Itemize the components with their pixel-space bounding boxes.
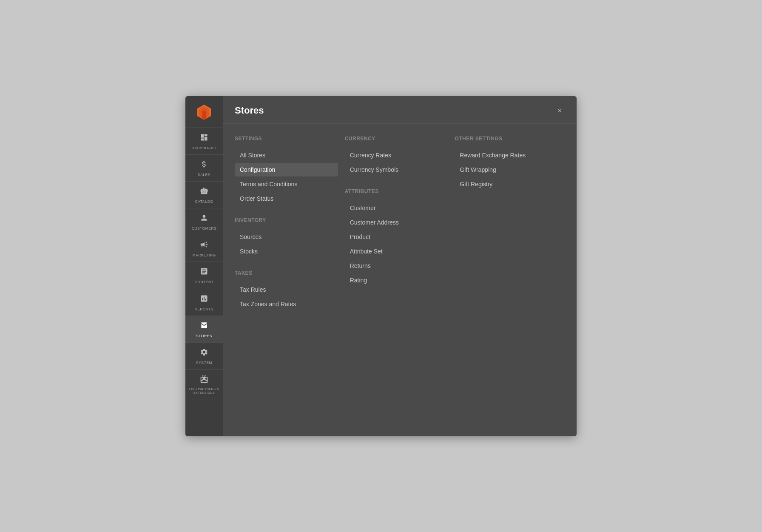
content-icon [200, 267, 208, 278]
menu-item-configuration[interactable]: Configuration [235, 163, 338, 176]
inventory-section-title: Inventory [235, 217, 338, 223]
menu-column-1: Settings All Stores Configuration Terms … [235, 136, 345, 428]
sidebar-item-system-label: SYSTEM [196, 361, 212, 365]
customers-icon [200, 213, 208, 224]
sidebar-logo [185, 96, 223, 128]
menu-item-rating[interactable]: Rating [345, 273, 448, 287]
reports-icon [200, 294, 208, 305]
sidebar-item-catalog[interactable]: CATALOG [185, 182, 223, 208]
sidebar: DASHBOARD SALES CATALOG CUSTOMERS [185, 96, 223, 436]
sidebar-item-stores[interactable]: STORES [185, 316, 223, 343]
sidebar-item-catalog-label: CATALOG [195, 199, 213, 204]
dashboard-icon [200, 133, 208, 144]
sidebar-item-reports[interactable]: REPORTS [185, 289, 223, 316]
taxes-section: Taxes Tax Rules Tax Zones and Rates [235, 270, 338, 311]
currency-section: Currency Currency Rates Currency Symbols [345, 136, 448, 176]
page-title: Stores [235, 105, 264, 116]
sidebar-item-dashboard[interactable]: DASHBOARD [185, 128, 223, 155]
sidebar-item-system[interactable]: SYSTEM [185, 343, 223, 370]
menu-item-tax-zones[interactable]: Tax Zones and Rates [235, 297, 338, 311]
sidebar-item-content-label: CONTENT [195, 280, 214, 284]
menu-item-stocks[interactable]: Stocks [235, 245, 338, 258]
magento-logo-icon [196, 104, 213, 121]
menu-item-product[interactable]: Product [345, 230, 448, 244]
system-icon [200, 348, 208, 358]
close-button[interactable]: × [554, 105, 565, 117]
sidebar-item-customers-label: CUSTOMERS [192, 226, 217, 230]
marketing-icon [200, 240, 208, 251]
sidebar-item-dashboard-label: DASHBOARD [192, 146, 216, 150]
sidebar-item-marketing-label: MARKETING [192, 253, 216, 257]
menu-item-customer[interactable]: Customer [345, 201, 448, 215]
sidebar-item-find-partners[interactable]: FIND PARTNERS & EXTENSIONS [185, 370, 223, 399]
menu-item-returns[interactable]: Returns [345, 259, 448, 273]
sidebar-item-stores-label: STORES [196, 334, 212, 338]
menu-item-reward-exchange-rates[interactable]: Reward Exchange Rates [455, 148, 558, 162]
app-shell: DASHBOARD SALES CATALOG CUSTOMERS [185, 96, 577, 436]
partners-icon [200, 375, 208, 385]
sidebar-item-marketing[interactable]: MARKETING [185, 235, 223, 262]
menu-item-gift-registry[interactable]: Gift Registry [455, 177, 558, 191]
menu-item-currency-rates[interactable]: Currency Rates [345, 148, 448, 162]
taxes-section-title: Taxes [235, 270, 338, 276]
menu-item-gift-wrapping[interactable]: Gift Wrapping [455, 163, 558, 176]
sidebar-item-content[interactable]: CONTENT [185, 262, 223, 289]
sales-icon [200, 160, 208, 171]
main-header: Stores × [223, 96, 577, 124]
menu-grid: Settings All Stores Configuration Terms … [223, 124, 577, 436]
menu-column-3: Other Settings Reward Exchange Rates Gif… [455, 136, 565, 428]
menu-item-tax-rules[interactable]: Tax Rules [235, 283, 338, 296]
sidebar-item-sales-label: SALES [198, 173, 210, 177]
other-settings-section: Other Settings Reward Exchange Rates Gif… [455, 136, 558, 191]
other-settings-section-title: Other Settings [455, 136, 558, 142]
menu-item-order-status[interactable]: Order Status [235, 192, 338, 205]
sidebar-item-find-partners-label: FIND PARTNERS & EXTENSIONS [187, 387, 221, 395]
menu-item-currency-symbols[interactable]: Currency Symbols [345, 163, 448, 176]
menu-item-attribute-set[interactable]: Attribute Set [345, 245, 448, 258]
sidebar-item-sales[interactable]: SALES [185, 155, 223, 182]
menu-item-all-stores[interactable]: All Stores [235, 148, 338, 162]
stores-icon [200, 321, 208, 332]
menu-column-2: Currency Currency Rates Currency Symbols… [345, 136, 455, 428]
settings-section: Settings All Stores Configuration Terms … [235, 136, 338, 205]
menu-item-customer-address[interactable]: Customer Address [345, 216, 448, 229]
settings-section-title: Settings [235, 136, 338, 142]
currency-section-title: Currency [345, 136, 448, 142]
attributes-section: Attributes Customer Customer Address Pro… [345, 188, 448, 287]
catalog-icon [200, 187, 208, 197]
sidebar-item-customers[interactable]: CUSTOMERS [185, 208, 223, 235]
sidebar-item-reports-label: REPORTS [195, 307, 213, 311]
menu-item-sources[interactable]: Sources [235, 230, 338, 244]
inventory-section: Inventory Sources Stocks [235, 217, 338, 258]
attributes-section-title: Attributes [345, 188, 448, 194]
main-content: Stores × Settings All Stores Configurati… [223, 96, 577, 436]
menu-item-terms-conditions[interactable]: Terms and Conditions [235, 177, 338, 191]
